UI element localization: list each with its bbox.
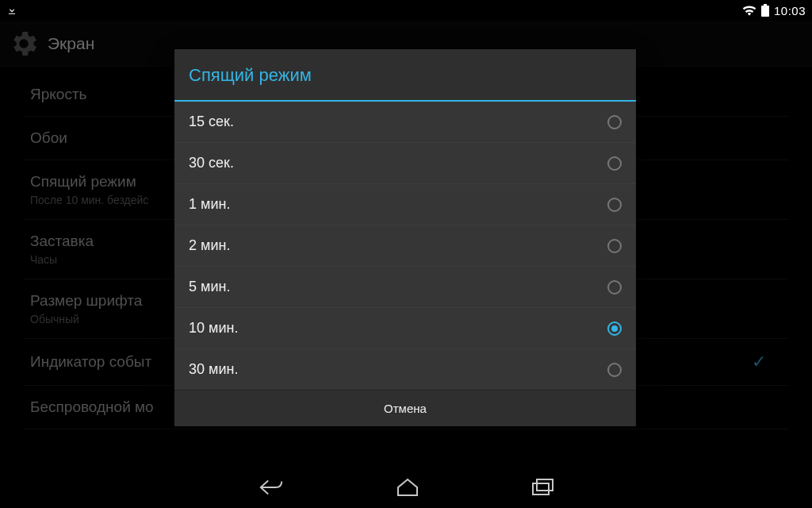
sleep-dialog: Спящий режим 15 сек.30 сек.1 мин.2 мин.5…	[174, 49, 636, 426]
sleep-option[interactable]: 2 мин.	[174, 225, 636, 267]
home-icon[interactable]	[396, 477, 419, 498]
battery-icon	[761, 4, 769, 17]
status-bar: 10:03	[0, 0, 812, 21]
back-icon[interactable]	[258, 477, 285, 498]
nav-bar	[0, 467, 812, 508]
radio-icon	[607, 321, 622, 336]
option-label: 30 мин.	[189, 361, 238, 378]
radio-icon	[607, 280, 622, 294]
cancel-button[interactable]: Отмена	[174, 391, 636, 426]
radio-icon	[607, 239, 622, 253]
option-label: 30 сек.	[189, 155, 234, 171]
sleep-option[interactable]: 10 мин.	[174, 308, 636, 349]
dialog-title: Спящий режим	[174, 49, 636, 102]
option-label: 2 мин.	[189, 237, 230, 254]
svg-rect-1	[537, 479, 553, 491]
radio-icon	[607, 156, 622, 171]
option-label: 1 мин.	[189, 196, 230, 213]
status-clock: 10:03	[774, 4, 806, 17]
recent-apps-icon[interactable]	[530, 478, 554, 497]
sleep-option[interactable]: 5 мин.	[174, 267, 636, 308]
download-icon	[6, 4, 17, 17]
option-label: 5 мин.	[189, 279, 230, 295]
svg-rect-0	[533, 483, 549, 495]
sleep-option[interactable]: 30 мин.	[174, 349, 636, 391]
wifi-icon	[742, 5, 756, 16]
radio-icon	[607, 115, 622, 129]
option-label: 10 мин.	[189, 320, 238, 337]
sleep-option[interactable]: 30 сек.	[174, 143, 636, 184]
radio-icon	[607, 198, 622, 212]
radio-icon	[607, 363, 622, 377]
dialog-options: 15 сек.30 сек.1 мин.2 мин.5 мин.10 мин.3…	[174, 102, 636, 391]
sleep-option[interactable]: 1 мин.	[174, 184, 636, 225]
sleep-option[interactable]: 15 сек.	[174, 102, 636, 143]
option-label: 15 сек.	[189, 114, 234, 130]
